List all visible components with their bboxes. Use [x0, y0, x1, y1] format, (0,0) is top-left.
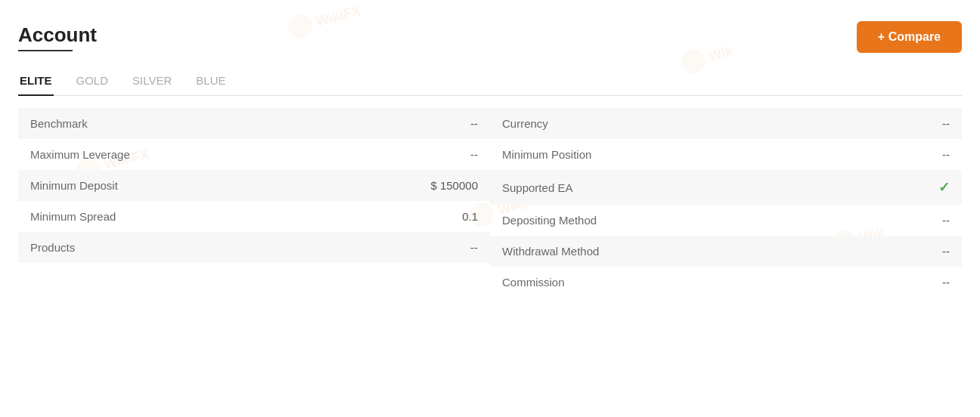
row-min-deposit: Minimum Deposit $ 150000 — [18, 170, 490, 201]
products-label: Products — [30, 241, 75, 254]
row-benchmark: Benchmark -- — [18, 108, 490, 139]
currency-value: -- — [942, 117, 950, 130]
withdrawal-method-value: -- — [942, 245, 950, 258]
data-grid: Benchmark -- Maximum Leverage -- Minimum… — [18, 108, 962, 298]
row-max-leverage: Maximum Leverage -- — [18, 139, 490, 170]
row-products: Products -- — [18, 232, 490, 263]
row-min-position: Minimum Position -- — [490, 139, 962, 170]
min-position-value: -- — [942, 148, 950, 161]
currency-label: Currency — [502, 117, 548, 130]
min-spread-label: Minimum Spread — [30, 210, 116, 223]
min-deposit-value: $ 150000 — [430, 179, 478, 192]
commission-value: -- — [942, 276, 950, 289]
depositing-method-value: -- — [942, 214, 950, 227]
commission-label: Commission — [502, 276, 565, 289]
benchmark-value: -- — [470, 117, 478, 130]
max-leverage-value: -- — [470, 148, 478, 161]
tab-gold[interactable]: GOLD — [75, 68, 110, 96]
title-underline — [18, 50, 73, 51]
min-deposit-label: Minimum Deposit — [30, 179, 118, 192]
left-column: Benchmark -- Maximum Leverage -- Minimum… — [18, 108, 490, 298]
tab-elite[interactable]: ELITE — [18, 68, 54, 96]
row-withdrawal-method: Withdrawal Method -- — [490, 236, 962, 267]
depositing-method-label: Depositing Method — [502, 214, 597, 227]
tabs-row: ELITE GOLD SILVER BLUE — [18, 68, 962, 96]
row-commission: Commission -- — [490, 267, 962, 298]
tab-blue[interactable]: BLUE — [194, 68, 227, 96]
row-min-spread: Minimum Spread 0.1 — [18, 201, 490, 232]
products-value: -- — [470, 241, 478, 254]
right-column: Currency -- Minimum Position -- Supporte… — [490, 108, 962, 298]
page-title: Account — [18, 23, 97, 47]
page-wrapper: Account + Compare ELITE GOLD SILVER BLUE… — [0, 0, 980, 316]
header-row: Account + Compare — [18, 21, 962, 53]
withdrawal-method-label: Withdrawal Method — [502, 245, 599, 258]
benchmark-label: Benchmark — [30, 117, 88, 130]
min-spread-value: 0.1 — [462, 210, 478, 223]
row-currency: Currency -- — [490, 108, 962, 139]
supported-ea-value: ✓ — [938, 179, 950, 196]
supported-ea-label: Supported EA — [502, 181, 572, 194]
compare-button[interactable]: + Compare — [857, 21, 962, 53]
tab-silver[interactable]: SILVER — [131, 68, 173, 96]
title-block: Account — [18, 23, 97, 51]
row-supported-ea: Supported EA ✓ — [490, 170, 962, 205]
min-position-label: Minimum Position — [502, 148, 591, 161]
max-leverage-label: Maximum Leverage — [30, 148, 130, 161]
row-depositing-method: Depositing Method -- — [490, 205, 962, 236]
